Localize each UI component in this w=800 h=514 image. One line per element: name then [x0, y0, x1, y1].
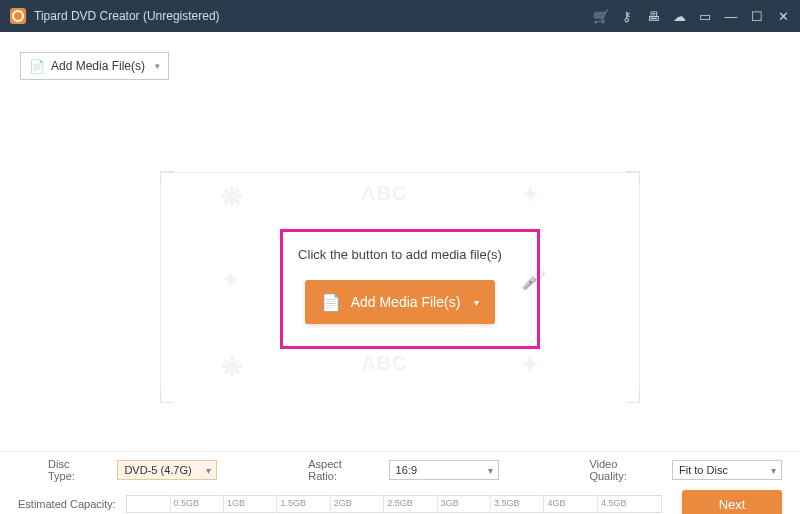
title-bar: Tipard DVD Creator (Unregistered) 🛒 ⚷ 🖶 …	[0, 0, 800, 32]
print-icon[interactable]: 🖶	[646, 9, 660, 23]
add-file-icon: 📄	[29, 59, 45, 74]
capacity-label: Estimated Capacity:	[18, 498, 116, 510]
add-file-icon: 📄	[321, 293, 341, 312]
capacity-tick: 2GB	[330, 495, 331, 513]
capacity-tick: 3.5GB	[490, 495, 491, 513]
titlebar-actions: 🛒 ⚷ 🖶 ☁ ▭ — ☐ ✕	[594, 9, 790, 23]
watermark-icon	[361, 182, 407, 205]
minimize-icon[interactable]: —	[724, 9, 738, 23]
capacity-scale: 0.5GB 1GB 1.5GB 2GB 2.5GB 3GB 3.5GB 4GB …	[126, 495, 662, 513]
cart-icon[interactable]: 🛒	[594, 9, 608, 23]
next-button[interactable]: Next	[682, 490, 782, 514]
capacity-tick: 0.5GB	[170, 495, 171, 513]
add-media-main-label: Add Media File(s)	[351, 294, 461, 310]
key-icon[interactable]: ⚷	[620, 9, 634, 23]
capacity-tick: 3GB	[437, 495, 438, 513]
video-quality-label: Video Quality:	[589, 458, 642, 482]
watermark-icon	[221, 267, 239, 293]
app-logo-icon	[10, 8, 26, 24]
chevron-down-icon: ▾	[155, 61, 160, 71]
capacity-tick: 1GB	[223, 495, 224, 513]
aspect-ratio-label: Aspect Ratio:	[308, 458, 358, 482]
add-media-top-label: Add Media File(s)	[51, 59, 145, 73]
work-area: 📄 Add Media File(s) ▾ Click the button t…	[0, 32, 800, 452]
watermark-icon	[521, 182, 539, 208]
disc-type-label: Disc Type:	[48, 458, 87, 482]
video-quality-select[interactable]: Fit to Disc	[672, 460, 782, 480]
chevron-down-icon: ▾	[474, 297, 479, 308]
capacity-tick: 2.5GB	[383, 495, 384, 513]
add-media-top-button[interactable]: 📄 Add Media File(s) ▾	[20, 52, 169, 80]
watermark-icon	[361, 352, 407, 375]
add-media-main-button[interactable]: 📄 Add Media File(s) ▾	[305, 280, 495, 324]
maximize-icon[interactable]: ☐	[750, 9, 764, 23]
disc-type-select[interactable]: DVD-5 (4.7G)	[117, 460, 217, 480]
aspect-ratio-select[interactable]: 16:9	[389, 460, 499, 480]
help-icon[interactable]: ▭	[698, 9, 712, 23]
capacity-tick: 4.5GB	[597, 495, 598, 513]
capacity-tick: 4GB	[543, 495, 544, 513]
watermark-icon	[521, 267, 546, 291]
add-media-prompt: Click the button to add media file(s)	[0, 247, 800, 262]
preferences-icon[interactable]: ☁	[672, 9, 686, 23]
capacity-tick: 1.5GB	[276, 495, 277, 513]
window-title: Tipard DVD Creator (Unregistered)	[34, 9, 220, 23]
watermark-icon	[221, 352, 243, 383]
watermark-icon	[221, 182, 243, 213]
close-icon[interactable]: ✕	[776, 9, 790, 23]
bottom-bar: Disc Type: DVD-5 (4.7G) Aspect Ratio: 16…	[0, 452, 800, 514]
watermark-icon	[521, 352, 539, 378]
